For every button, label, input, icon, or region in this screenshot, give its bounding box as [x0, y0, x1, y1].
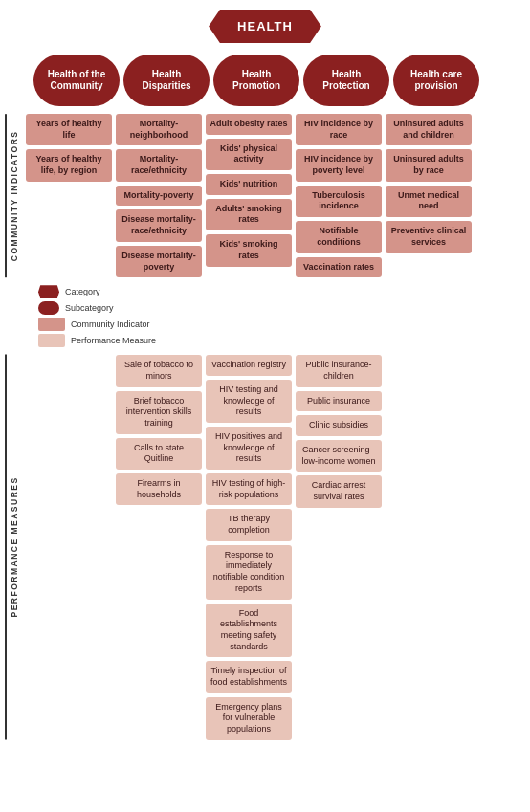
page: HEALTH Health of the Community Health Di…: [0, 0, 530, 750]
performance-col-4: Public insurance-children Public insuran…: [296, 355, 382, 740]
card-mortality-poverty: Mortality-poverty: [116, 186, 202, 207]
card-cancer-screening: Cancer screening - low-income women: [296, 440, 382, 472]
card-adult-obesity: Adult obesity rates: [206, 114, 292, 135]
card-response-notifiable: Response to immediately notifiable condi…: [206, 545, 292, 600]
performance-grid: Sale of tobacco to minors Brief tobacco …: [26, 355, 525, 740]
card-hiv-positives: HIV positives and knowledge of results: [206, 427, 292, 470]
legend-community-label: Community Indicator: [71, 319, 150, 329]
card-emergency-plans: Emergency plans for vulnerable populatio…: [206, 697, 292, 740]
card-kids-physical: Kids' physical activity: [206, 139, 292, 170]
legend-performance-measure: Performance Measure: [38, 334, 525, 347]
legend-community-icon: [38, 318, 65, 331]
header-title: HEALTH: [209, 10, 321, 43]
card-kids-smoking: Kids' smoking rates: [206, 234, 292, 266]
community-grid: Years of healthy life Years of healthy l…: [26, 114, 525, 277]
card-notifiable: Notifiable conditions: [296, 221, 382, 252]
performance-col-5: [386, 355, 472, 740]
community-col-2: Mortality-neighborhood Mortality-race/et…: [116, 114, 202, 277]
card-tb-incidence: Tuberculosis incidence: [296, 186, 382, 217]
col-header-2: Health Disparities: [123, 55, 210, 106]
card-tb-therapy: TB therapy completion: [206, 509, 292, 540]
performance-col-1: [26, 355, 112, 740]
card-hiv-high-risk: HIV testing of high-risk populations: [206, 473, 292, 505]
card-mortality-race: Mortality-race/ethnicity: [116, 149, 202, 181]
card-vaccination-registry: Vaccination registry: [206, 355, 292, 376]
performance-col-2: Sale of tobacco to minors Brief tobacco …: [116, 355, 202, 740]
community-col-3: Adult obesity rates Kids' physical activ…: [206, 114, 292, 277]
performance-measures-section: Performance Measures Sale of tobacco to …: [5, 355, 525, 740]
header-container: HEALTH: [5, 10, 525, 43]
card-disease-mortality-race: Disease mortality-race/ethnicity: [116, 209, 202, 241]
performance-measures-label: Performance Measures: [5, 355, 22, 740]
card-hiv-poverty: HIV incidence by poverty level: [296, 149, 382, 181]
col-header-5: Health care provision: [393, 55, 479, 106]
col-header-4: Health Protection: [303, 55, 389, 106]
card-sale-tobacco: Sale of tobacco to minors: [116, 355, 202, 386]
card-preventive-clinical: Preventive clinical services: [386, 221, 472, 252]
card-disease-mortality-poverty: Disease mortality-poverty: [116, 246, 202, 277]
card-hiv-race: HIV incidence by race: [296, 114, 382, 145]
card-uninsured-adults-race: Uninsured adults by race: [386, 149, 472, 181]
legend-performance-icon: [38, 334, 65, 347]
card-years-healthy-life: Years of healthy life: [26, 114, 112, 145]
legend-category: Category: [38, 285, 525, 298]
card-vaccination-rates: Vaccination rates: [296, 257, 382, 278]
legend-category-label: Category: [65, 287, 100, 296]
card-food-establishments: Food establishments meeting safety stand…: [206, 604, 292, 658]
col-header-1: Health of the Community: [33, 55, 120, 106]
card-unmet-medical: Unmet medical need: [386, 186, 472, 217]
card-calls-quitline: Calls to state Quitline: [116, 438, 202, 470]
card-public-insurance-children: Public insurance-children: [296, 355, 382, 386]
legend-performance-label: Performance Measure: [71, 336, 156, 345]
card-timely-inspection: Timely inspection of food establishments: [206, 661, 292, 692]
community-col-4: HIV incidence by race HIV incidence by p…: [296, 114, 382, 277]
card-hiv-testing: HIV testing and knowledge of results: [206, 380, 292, 423]
community-col-1: Years of healthy life Years of healthy l…: [26, 114, 112, 277]
card-adults-smoking: Adults' smoking rates: [206, 199, 292, 230]
card-cardiac-arrest: Cardiac arrest survival rates: [296, 475, 382, 507]
card-brief-tobacco: Brief tobacco intervention skills traini…: [116, 391, 202, 434]
legend-community-indicator: Community Indicator: [38, 318, 525, 331]
legend-category-icon: [38, 285, 59, 298]
card-kids-nutrition: Kids' nutrition: [206, 174, 292, 195]
column-headers: Health of the Community Health Dispariti…: [33, 55, 525, 106]
card-firearms: Firearms in households: [116, 473, 202, 505]
card-clinic-subsidies: Clinic subsidies: [296, 415, 382, 436]
col-header-3: Health Promotion: [213, 55, 299, 106]
legend-subcategory-icon: [38, 301, 59, 315]
card-years-healthy-life-region: Years of healthy life, by region: [26, 149, 112, 181]
card-mortality-neighborhood: Mortality-neighborhood: [116, 114, 202, 145]
performance-col-3: Vaccination registry HIV testing and kno…: [206, 355, 292, 740]
legend: Category Subcategory Community Indicator…: [5, 285, 525, 347]
community-indicators-section: Community Indicators Years of healthy li…: [5, 114, 525, 277]
card-uninsured-adults-children: Uninsured adults and children: [386, 114, 472, 145]
legend-subcategory: Subcategory: [38, 301, 525, 315]
card-public-insurance: Public insurance: [296, 391, 382, 412]
legend-subcategory-label: Subcategory: [65, 303, 114, 313]
community-indicators-label: Community Indicators: [5, 114, 22, 277]
community-col-5: Uninsured adults and children Uninsured …: [386, 114, 472, 277]
